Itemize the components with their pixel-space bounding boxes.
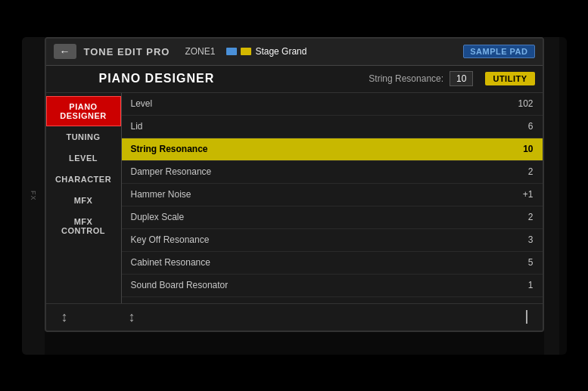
param-val-hammer-noise: +1	[503, 189, 534, 200]
app-title: TONE EDIT PRO	[84, 46, 170, 57]
param-val-key-off-resonance: 3	[503, 234, 534, 245]
param-name-lid: Lid	[131, 121, 143, 132]
instrument-icon-blue	[226, 48, 237, 55]
param-row-sound-board-resonator[interactable]: Sound Board Resonator 1	[122, 275, 543, 297]
footer-arrow-1[interactable]: ↕	[61, 309, 68, 325]
param-name-key-off-resonance: Key Off Resonance	[131, 234, 210, 245]
param-row-level[interactable]: Level 102	[122, 93, 543, 116]
footer-divider	[526, 310, 527, 324]
right-panel	[544, 37, 559, 355]
instrument-icon-yellow	[241, 48, 251, 55]
param-row-damper-resonance[interactable]: Damper Resonance 2	[122, 161, 543, 184]
param-name-hammer-noise: Hammer Noise	[131, 189, 191, 200]
param-name-cabinet-resonance: Cabinet Resonance	[131, 257, 210, 268]
sidebar-item-character[interactable]: CHARACTER	[46, 169, 121, 190]
string-resonance-value: 10	[450, 71, 473, 86]
param-val-cabinet-resonance: 5	[503, 257, 534, 268]
sidebar-item-level[interactable]: LEVEL	[46, 147, 121, 169]
param-val-sound-board-resonator: 1	[503, 280, 534, 290]
param-val-level: 102	[503, 98, 534, 109]
sub-header: PIANO DESIGNER String Resonance: 10 UTIL…	[46, 66, 543, 93]
param-name-level: Level	[131, 98, 153, 109]
footer: ↕ ↕	[46, 303, 543, 330]
page-title: PIANO DESIGNER	[99, 72, 215, 85]
param-val-string-resonance: 10	[503, 144, 534, 154]
param-row-lid[interactable]: Lid 6	[122, 116, 543, 138]
parameter-list: Level 102 Lid 6 String Resonance 10 Damp…	[122, 93, 543, 303]
utility-button[interactable]: UTILITY	[485, 72, 534, 85]
zone-label: ZONE1	[185, 46, 215, 57]
header: ← TONE EDIT PRO ZONE1 Stage Grand SAMPLE…	[46, 39, 543, 66]
param-row-cabinet-resonance[interactable]: Cabinet Resonance 5	[122, 252, 543, 275]
sidebar-item-mfx[interactable]: MFX	[46, 190, 121, 211]
sidebar-item-tuning[interactable]: TUNING	[46, 126, 121, 147]
main-content: PIANO DESIGNER TUNING LEVEL CHARACTER MF…	[46, 93, 543, 303]
instrument-name: Stage Grand	[255, 46, 306, 57]
param-val-duplex-scale: 2	[503, 212, 534, 222]
sidebar: PIANO DESIGNER TUNING LEVEL CHARACTER MF…	[46, 93, 122, 303]
param-row-hammer-noise[interactable]: Hammer Noise +1	[122, 184, 543, 206]
param-display: String Resonance: 10 UTILITY	[369, 71, 534, 86]
back-button[interactable]: ←	[54, 44, 76, 59]
footer-arrow-2[interactable]: ↕	[129, 309, 135, 325]
param-val-damper-resonance: 2	[503, 166, 534, 177]
param-name-string-resonance: String Resonance	[131, 144, 208, 154]
main-screen: ← TONE EDIT PRO ZONE1 Stage Grand SAMPLE…	[45, 37, 544, 332]
param-name-damper-resonance: Damper Resonance	[131, 166, 212, 177]
sidebar-item-mfx-control[interactable]: MFX CONTROL	[46, 211, 121, 241]
param-name-sound-board-resonator: Sound Board Resonator	[131, 280, 229, 290]
string-resonance-label: String Resonance:	[369, 73, 443, 84]
sample-pad-button[interactable]: SAMPLE PAD	[463, 45, 534, 58]
sidebar-item-piano-designer[interactable]: PIANO DESIGNER	[46, 96, 121, 126]
param-name-duplex-scale: Duplex Scale	[131, 212, 185, 222]
fx-label: FX	[30, 191, 37, 201]
instrument-display: Stage Grand	[226, 46, 306, 57]
param-row-key-off-resonance[interactable]: Key Off Resonance 3	[122, 229, 543, 252]
param-row-duplex-scale[interactable]: Duplex Scale 2	[122, 206, 543, 229]
left-panel: FX	[22, 37, 45, 355]
param-row-string-resonance[interactable]: String Resonance 10	[122, 138, 543, 161]
param-val-lid: 6	[503, 121, 534, 132]
